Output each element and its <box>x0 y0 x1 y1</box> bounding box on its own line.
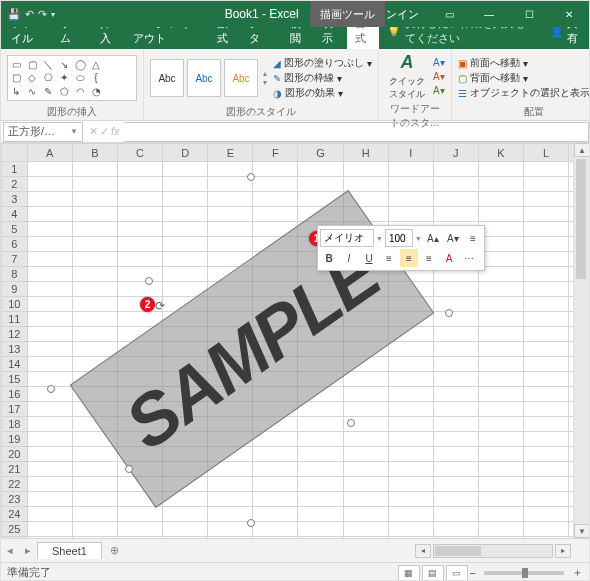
cell[interactable] <box>27 342 72 357</box>
cell[interactable] <box>343 327 388 342</box>
cell[interactable] <box>253 192 298 207</box>
cell[interactable] <box>27 432 72 447</box>
cell[interactable] <box>117 357 162 372</box>
cell[interactable] <box>253 432 298 447</box>
cell[interactable] <box>27 297 72 312</box>
cell[interactable] <box>343 207 388 222</box>
cell[interactable] <box>524 357 569 372</box>
cell[interactable] <box>27 447 72 462</box>
cell[interactable] <box>524 192 569 207</box>
cell[interactable] <box>72 357 117 372</box>
cell[interactable] <box>478 462 523 477</box>
hscroll-thumb[interactable] <box>435 546 481 556</box>
font-color-icon[interactable]: A <box>440 249 458 267</box>
cell[interactable] <box>524 492 569 507</box>
col-header[interactable]: D <box>163 144 208 162</box>
cell[interactable] <box>208 192 253 207</box>
cell[interactable] <box>27 177 72 192</box>
cell[interactable] <box>208 447 253 462</box>
row-header[interactable]: 22 <box>2 477 28 492</box>
text-fill-icon[interactable]: A▾ <box>433 57 445 68</box>
cell[interactable] <box>524 162 569 177</box>
cell[interactable] <box>478 297 523 312</box>
cell[interactable] <box>72 492 117 507</box>
cell[interactable] <box>524 522 569 537</box>
cell[interactable] <box>208 237 253 252</box>
cell[interactable] <box>253 327 298 342</box>
vertical-scrollbar[interactable]: ▲ ▼ <box>573 143 589 538</box>
cell[interactable] <box>208 222 253 237</box>
page-layout-view-icon[interactable]: ▤ <box>422 565 444 581</box>
text-outline-icon[interactable]: A▾ <box>433 71 445 82</box>
cell[interactable] <box>478 282 523 297</box>
cell[interactable] <box>208 522 253 537</box>
cell[interactable] <box>163 342 208 357</box>
cell[interactable] <box>478 432 523 447</box>
style-preset-1[interactable]: Abc <box>150 59 184 97</box>
cell[interactable] <box>117 192 162 207</box>
cell[interactable] <box>72 402 117 417</box>
cell[interactable] <box>524 477 569 492</box>
select-all-corner[interactable] <box>2 144 28 162</box>
cell[interactable] <box>524 267 569 282</box>
align-right-icon[interactable]: ≡ <box>420 249 438 267</box>
cell[interactable] <box>433 342 478 357</box>
cell[interactable] <box>253 447 298 462</box>
align-center-icon[interactable]: ≡ <box>400 249 418 267</box>
cell[interactable] <box>298 432 343 447</box>
cell[interactable] <box>433 447 478 462</box>
text-effects-icon[interactable]: A▾ <box>433 85 445 96</box>
cell[interactable] <box>478 492 523 507</box>
cell[interactable] <box>27 522 72 537</box>
cell[interactable] <box>298 327 343 342</box>
cell[interactable] <box>298 417 343 432</box>
cell[interactable] <box>117 447 162 462</box>
chevron-down-icon[interactable]: ▼ <box>415 235 422 242</box>
cell[interactable] <box>343 387 388 402</box>
cell[interactable] <box>163 417 208 432</box>
cell[interactable] <box>343 417 388 432</box>
cell[interactable] <box>72 177 117 192</box>
cell[interactable] <box>388 207 433 222</box>
enter-fx-icon[interactable]: ✓ <box>100 125 109 138</box>
cell[interactable] <box>27 507 72 522</box>
cell[interactable] <box>388 327 433 342</box>
cell[interactable] <box>298 387 343 402</box>
cell[interactable] <box>27 222 72 237</box>
cell[interactable] <box>163 327 208 342</box>
cell[interactable] <box>388 357 433 372</box>
cell[interactable] <box>72 207 117 222</box>
cell[interactable] <box>343 372 388 387</box>
row-header[interactable]: 5 <box>2 222 28 237</box>
cell[interactable] <box>388 342 433 357</box>
cell[interactable] <box>163 402 208 417</box>
cell[interactable] <box>433 387 478 402</box>
row-header[interactable]: 13 <box>2 342 28 357</box>
cell[interactable] <box>163 297 208 312</box>
cell[interactable] <box>253 387 298 402</box>
cell[interactable] <box>253 507 298 522</box>
cell[interactable] <box>117 252 162 267</box>
cell[interactable] <box>163 477 208 492</box>
cell[interactable] <box>27 267 72 282</box>
cell[interactable] <box>208 402 253 417</box>
cell[interactable] <box>253 312 298 327</box>
cell[interactable] <box>253 282 298 297</box>
cell[interactable] <box>343 192 388 207</box>
formula-bar[interactable] <box>124 122 589 142</box>
cell[interactable] <box>117 207 162 222</box>
style-more-icon[interactable]: ▴▾ <box>261 59 269 97</box>
cell[interactable] <box>298 342 343 357</box>
cell[interactable] <box>27 282 72 297</box>
cell[interactable] <box>343 177 388 192</box>
col-header[interactable]: K <box>478 144 523 162</box>
cell[interactable] <box>478 417 523 432</box>
cell[interactable] <box>208 312 253 327</box>
cell[interactable] <box>253 477 298 492</box>
cell[interactable] <box>72 252 117 267</box>
bullets-icon[interactable]: ≡ <box>464 229 482 247</box>
cell[interactable] <box>253 417 298 432</box>
row-header[interactable]: 4 <box>2 207 28 222</box>
cell[interactable] <box>433 507 478 522</box>
cell[interactable] <box>72 282 117 297</box>
